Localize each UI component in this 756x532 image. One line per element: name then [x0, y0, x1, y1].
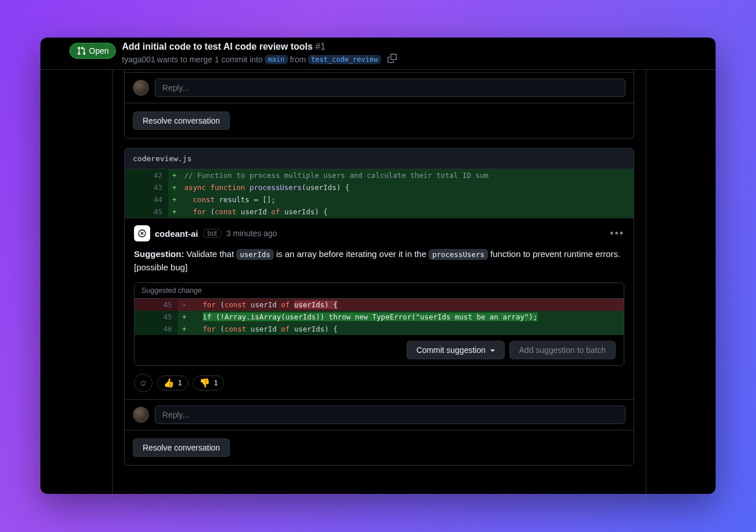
suggestion-box: Suggested change 45- for (const userId o…: [134, 282, 624, 366]
resolve-conversation-button-1[interactable]: Resolve conversation: [133, 111, 230, 130]
resolve-conversation-button-2[interactable]: Resolve conversation: [133, 438, 230, 457]
diff-line-added: 45+ if (!Array.isArray(userIds)) throw n…: [135, 311, 624, 323]
diff-line: 44+ const results = [];: [125, 194, 634, 206]
left-gutter: [40, 70, 113, 494]
comment-text: Suggestion: Validate that userIds is an …: [134, 247, 624, 274]
pr-number: #1: [315, 42, 326, 51]
copy-icon[interactable]: [388, 54, 397, 65]
reply-input-1[interactable]: [155, 79, 625, 97]
reactions: ☺ 👍1 👎1: [134, 374, 624, 392]
pr-state-text: Open: [89, 46, 109, 55]
bot-icon: [137, 229, 147, 238]
right-gutter: [646, 70, 716, 494]
avatar[interactable]: [133, 80, 149, 96]
reply-row-1: [125, 72, 634, 103]
reaction-thumbs-up[interactable]: 👍1: [157, 375, 188, 390]
diff-line-deleted: 45- for (const userId of userIds) {: [135, 299, 624, 311]
inline-code: processUsers: [429, 249, 487, 260]
git-pr-icon: [77, 46, 86, 55]
diff-line-added: 46+ for (const userId of userIds) {: [135, 323, 624, 335]
conversation-panel-1: Resolve conversation: [124, 70, 634, 139]
comment-time: 3 minutes ago: [226, 229, 277, 238]
comment-menu-icon[interactable]: •••: [610, 228, 624, 240]
add-reaction-button[interactable]: ☺: [134, 374, 152, 392]
pr-heading: Add initial code to test AI code review …: [122, 42, 397, 65]
head-branch[interactable]: test_code_review: [308, 55, 382, 64]
comment-author[interactable]: codeant-ai: [155, 229, 198, 239]
bot-label: bot: [203, 229, 222, 238]
bot-avatar[interactable]: [134, 225, 150, 241]
code-diff: 42+// Function to process multiple users…: [125, 169, 634, 218]
conversation-main: Resolve conversation codereview.js 42+//…: [113, 70, 646, 494]
diff-line: 43+async function processUsers(userIds) …: [125, 181, 634, 194]
avatar[interactable]: [133, 407, 149, 423]
pr-title-text: Add initial code to test AI code review …: [122, 42, 312, 51]
reply-row-2: [125, 399, 634, 430]
pr-merge-text-2: from: [290, 55, 306, 64]
reply-input-2[interactable]: [155, 405, 625, 424]
app-window: Open Add initial code to test AI code re…: [40, 38, 716, 494]
pr-state-badge: Open: [69, 43, 116, 59]
pr-author[interactable]: tyaga001: [122, 55, 155, 64]
commit-suggestion-button[interactable]: Commit suggestion: [407, 341, 505, 359]
pr-merge-text-1: wants to merge 1 commit into: [157, 55, 263, 64]
diff-line: 42+// Function to process multiple users…: [125, 169, 634, 181]
base-branch[interactable]: main: [265, 55, 288, 64]
suggestion-header: Suggested change: [135, 283, 624, 299]
code-review-panel: codereview.js 42+// Function to process …: [124, 148, 634, 466]
diff-line: 45+ for (const userId of userIds) {: [125, 206, 634, 218]
review-comment: codeant-ai bot 3 minutes ago ••• Suggest…: [125, 218, 634, 399]
file-name: codereview.js: [125, 148, 634, 169]
reaction-thumbs-down[interactable]: 👎1: [193, 375, 224, 390]
pr-header: Open Add initial code to test AI code re…: [40, 38, 716, 70]
add-suggestion-batch-button[interactable]: Add suggestion to batch: [509, 341, 616, 359]
inline-code: userIds: [236, 249, 274, 260]
